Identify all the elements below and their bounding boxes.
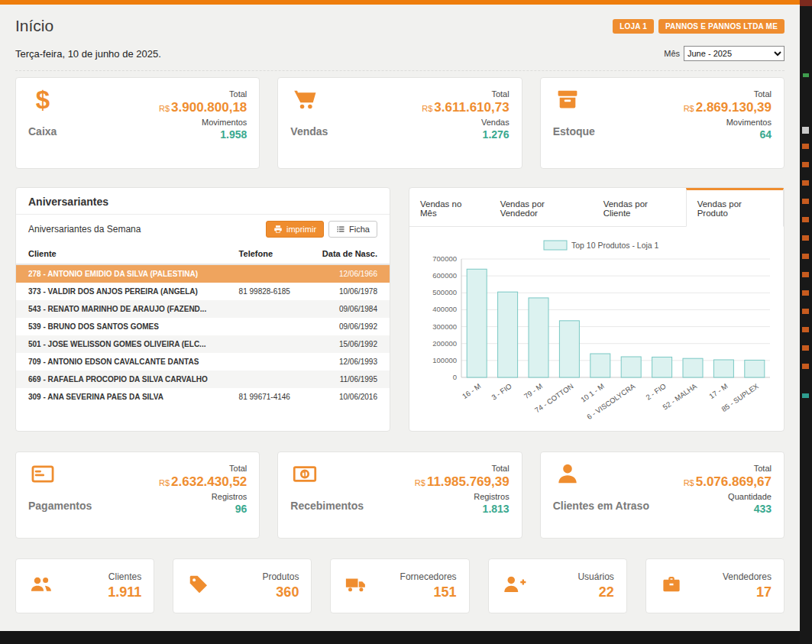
tag-icon (186, 573, 212, 599)
table-row[interactable]: 669 - RAFAELA PROCOPIO DA SILVA CARVALHO… (16, 371, 390, 388)
company-badge[interactable]: PANNOS E PANNOS LTDA ME (658, 19, 785, 34)
recebimentos-registros-value: 1.813 (483, 503, 510, 515)
vendas-card: Vendas Total R$3.611.610,73 Vendas 1.276 (277, 77, 522, 169)
svg-text:16 - M: 16 - M (461, 382, 482, 401)
table-row[interactable]: 501 - JOSE WELISSON GOMES OLIVEIRA (ELC.… (16, 335, 390, 353)
pagamentos-registros-value: 96 (235, 503, 247, 515)
tab-vendas-por-produto[interactable]: Vendas por Produto (686, 188, 784, 227)
clientes-atraso-card: Clientes em Atraso Total R$5.076.869,67 … (540, 451, 785, 539)
svg-text:79 - M: 79 - M (522, 382, 544, 401)
recebimentos-total-label: Total (491, 464, 509, 473)
briefcase-icon (658, 573, 684, 599)
edge-mark (800, 0, 812, 6)
truck-icon (343, 573, 369, 599)
stat-cards-row-1: $ Caixa Total R$3.900.800,18 Movimentos … (15, 77, 785, 169)
recebimentos-total-value: R$11.985.769,39 (415, 474, 510, 490)
store-badges: LOJA 1 PANNOS E PANNOS LTDA ME (613, 19, 785, 34)
produtos-bar-chart: 0100000200000300000400000500000600000700… (417, 236, 776, 433)
svg-text:700000: 700000 (432, 254, 457, 263)
estoque-total-label: Total (754, 89, 772, 99)
tab-vendas-no-mes[interactable]: Vendas no Mês (409, 188, 490, 226)
column-nascimento: Data de Nasc. (315, 244, 390, 264)
svg-text:10 1 - M: 10 1 - M (579, 382, 606, 404)
bottom-dark-strip (0, 631, 800, 644)
produtos-mini-label: Produtos (262, 571, 299, 582)
svg-text:1: 1 (302, 469, 308, 479)
vendedores-mini-card: Vendedores 17 (645, 558, 785, 613)
recebimentos-card: 1 Recebimentos Total R$11.985.769,39 Reg… (277, 451, 522, 539)
clientes-atraso-total-label: Total (754, 464, 772, 473)
produtos-mini-card: Produtos 360 (173, 558, 312, 613)
vendas-total-value: R$3.611.610,73 (422, 100, 509, 115)
fornecedores-mini-card: Fornecedores 151 (330, 558, 469, 613)
clientes-atraso-qtd-value: 433 (754, 503, 772, 515)
table-row[interactable]: 539 - BRUNO DOS SANTOS GOMES09/06/1992 (16, 318, 390, 335)
edge-mark (802, 127, 809, 134)
vendedores-mini-value: 17 (756, 584, 772, 600)
estoque-movimentos-label: Movimentos (726, 118, 772, 127)
mini-cards-row: Clientes 1.911 Produtos 360 Fornecedores… (15, 558, 785, 613)
credit-card-icon (28, 461, 92, 500)
month-select-label: Mês (664, 49, 680, 58)
table-row[interactable]: 709 - ANTONIO EDSON CAVALCANTE DANTAS12/… (16, 353, 390, 371)
list-icon (336, 225, 345, 234)
date-row: Terça-feira, 10 de junho de 2025. Mês Ju… (15, 46, 785, 71)
svg-text:400000: 400000 (432, 305, 457, 313)
clientes-mini-card: Clientes 1.911 (15, 558, 154, 613)
imprimir-button[interactable]: imprimir (266, 221, 324, 238)
svg-text:3 - FIO: 3 - FIO (490, 382, 513, 402)
clientes-atraso-total-value: R$5.076.869,67 (684, 474, 772, 490)
usuarios-mini-card: Usuários 22 (488, 558, 627, 613)
svg-text:300000: 300000 (432, 322, 457, 331)
fornecedores-mini-value: 151 (434, 584, 457, 600)
clientes-mini-label: Clientes (108, 571, 141, 582)
table-row-selected[interactable]: 278 - ANTONIO EMIDIO DA SILVA (PALESTINA… (16, 264, 390, 283)
clientes-atraso-title: Clientes em Atraso (553, 500, 649, 512)
column-cliente: Cliente (16, 244, 233, 264)
tab-vendas-por-vendedor[interactable]: Vendas por Vendedor (490, 188, 593, 226)
usuarios-mini-label: Usuários (577, 571, 613, 582)
banknote-icon: 1 (290, 461, 364, 500)
svg-text:500000: 500000 (432, 288, 457, 296)
vendas-title: Vendas (290, 125, 328, 138)
dashboard-page: Início LOJA 1 PANNOS E PANNOS LTDA ME Te… (0, 5, 800, 631)
middle-row: Aniversariantes Aniversariantes da Seman… (15, 187, 785, 432)
printer-icon (273, 225, 283, 234)
caixa-total-label: Total (229, 89, 247, 99)
table-row[interactable]: 309 - ANA SEVERINA PAES DA SILVA81 99671… (16, 388, 390, 406)
page-title: Início (15, 17, 53, 35)
table-row[interactable]: 373 - VALDIR DOS ANJOS PEREIRA (ANGELA)8… (16, 283, 390, 300)
svg-text:2 - FIO: 2 - FIO (644, 382, 668, 402)
clientes-mini-value: 1.911 (108, 584, 141, 600)
clientes-atraso-qtd-label: Quantidade (728, 492, 772, 501)
ficha-button[interactable]: Ficha (328, 221, 377, 238)
svg-text:$: $ (36, 87, 50, 112)
users-icon (28, 573, 54, 599)
vendas-panel: Vendas no Mês Vendas por Vendedor Vendas… (409, 187, 785, 432)
cart-icon (290, 87, 328, 125)
svg-text:200000: 200000 (432, 339, 457, 348)
estoque-card: Estoque Total R$2.869.130,39 Movimentos … (540, 77, 785, 169)
dollar-icon: $ (28, 87, 57, 125)
pagamentos-total-label: Total (229, 464, 247, 473)
fornecedores-mini-label: Fornecedores (400, 571, 457, 582)
caixa-title: Caixa (28, 125, 57, 138)
svg-text:52 - MALHA: 52 - MALHA (661, 381, 698, 411)
store-badge[interactable]: LOJA 1 (613, 19, 654, 34)
chart-area: 0100000200000300000400000500000600000700… (409, 227, 784, 436)
month-select[interactable]: June - 2025 (684, 46, 785, 61)
aniversariantes-subtitle: Aniversariantes da Semana (28, 224, 141, 235)
caixa-movimentos-value: 1.958 (220, 128, 247, 141)
aniversariantes-table: Cliente Telefone Data de Nasc. 278 - ANT… (16, 244, 390, 406)
svg-text:600000: 600000 (432, 271, 457, 280)
caixa-card: $ Caixa Total R$3.900.800,18 Movimentos … (15, 77, 260, 169)
svg-text:0: 0 (453, 373, 457, 381)
svg-text:100000: 100000 (432, 356, 457, 364)
table-row[interactable]: 543 - RENATO MARINHO DE ARAUJO (FAZEND..… (16, 300, 390, 318)
aniversariantes-panel: Aniversariantes Aniversariantes da Seman… (15, 187, 390, 432)
vendas-tabs: Vendas no Mês Vendas por Vendedor Vendas… (409, 188, 784, 227)
caixa-movimentos-label: Movimentos (202, 118, 247, 127)
produtos-mini-value: 360 (276, 584, 299, 600)
tab-vendas-por-cliente[interactable]: Vendas por Cliente (593, 188, 686, 226)
archive-icon (553, 87, 595, 125)
